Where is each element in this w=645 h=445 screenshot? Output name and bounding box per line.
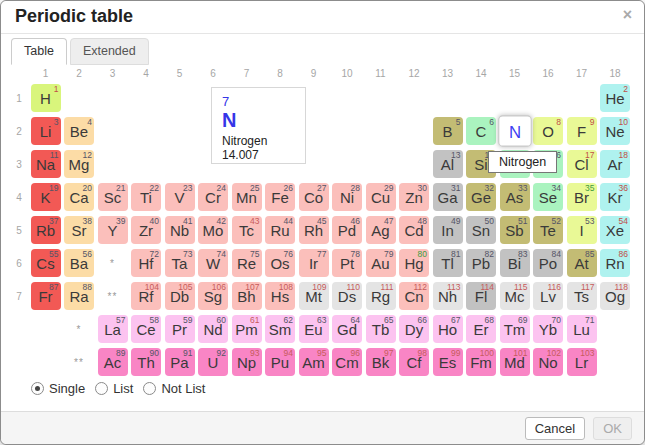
element-Md[interactable]: 101Md <box>500 348 530 376</box>
element-Ba[interactable]: 56Ba <box>64 249 94 277</box>
element-Y[interactable]: 39Y <box>98 216 128 244</box>
element-Fe[interactable]: 26Fe <box>265 183 295 211</box>
element-Tl[interactable]: 81Tl <box>433 249 463 277</box>
element-As[interactable]: 33As <box>500 183 530 211</box>
element-Mt[interactable]: 109Mt <box>299 282 329 310</box>
element-Ge[interactable]: 32Ge <box>466 183 496 211</box>
tab-extended[interactable]: Extended <box>70 38 149 65</box>
element-Ar[interactable]: 18Ar <box>600 150 630 178</box>
element-Al[interactable]: 13Al <box>433 150 463 178</box>
element-Po[interactable]: 84Po <box>533 249 563 277</box>
element-Mn[interactable]: 25Mn <box>232 183 262 211</box>
element-Cs[interactable]: 55Cs <box>31 249 61 277</box>
element-Pr[interactable]: 59Pr <box>165 315 195 343</box>
element-Cl[interactable]: 17Cl <box>567 150 597 178</box>
element-Ce[interactable]: 58Ce <box>131 315 161 343</box>
element-Fm[interactable]: 100Fm <box>466 348 496 376</box>
element-Rb[interactable]: 37Rb <box>31 216 61 244</box>
element-Lr[interactable]: 103Lr <box>567 348 597 376</box>
element-Ga[interactable]: 31Ga <box>433 183 463 211</box>
element-Ta[interactable]: 73Ta <box>165 249 195 277</box>
element-Er[interactable]: 68Er <box>466 315 496 343</box>
element-Be[interactable]: 4Be <box>64 117 94 145</box>
element-Sc[interactable]: 21Sc <box>98 183 128 211</box>
element-Dy[interactable]: 66Dy <box>399 315 429 343</box>
element-Mc[interactable]: 115Mc <box>500 282 530 310</box>
element-Ac[interactable]: 89Ac <box>98 348 128 376</box>
element-Br[interactable]: 35Br <box>567 183 597 211</box>
cancel-button[interactable]: Cancel <box>525 417 585 440</box>
element-Ir[interactable]: 77Ir <box>299 249 329 277</box>
element-W[interactable]: 74W <box>198 249 228 277</box>
element-Es[interactable]: 99Es <box>433 348 463 376</box>
element-Mo[interactable]: 42Mo <box>198 216 228 244</box>
element-Ra[interactable]: 88Ra <box>64 282 94 310</box>
element-Os[interactable]: 76Os <box>265 249 295 277</box>
element-Li[interactable]: 3Li <box>31 117 61 145</box>
close-icon[interactable]: × <box>623 7 632 23</box>
element-Pu[interactable]: 94Pu <box>265 348 295 376</box>
element-Xe[interactable]: 54Xe <box>600 216 630 244</box>
element-Hf[interactable]: 72Hf <box>131 249 161 277</box>
element-Rh[interactable]: 45Rh <box>299 216 329 244</box>
element-I[interactable]: 53I <box>567 216 597 244</box>
element-Bk[interactable]: 97Bk <box>366 348 396 376</box>
element-Na[interactable]: 11Na <box>31 150 61 178</box>
element-Np[interactable]: 93Np <box>232 348 262 376</box>
element-Pa[interactable]: 91Pa <box>165 348 195 376</box>
element-Ho[interactable]: 67Ho <box>433 315 463 343</box>
element-Cm[interactable]: 96Cm <box>332 348 362 376</box>
element-At[interactable]: 85At <box>567 249 597 277</box>
element-F[interactable]: 9F <box>567 117 597 145</box>
element-Hs[interactable]: 108Hs <box>265 282 295 310</box>
element-K[interactable]: 19K <box>31 183 61 211</box>
element-Am[interactable]: 95Am <box>299 348 329 376</box>
element-Fl[interactable]: 114Fl <box>466 282 496 310</box>
element-N[interactable]: N <box>498 115 532 146</box>
element-La[interactable]: 57La <box>98 315 128 343</box>
radio-not-list[interactable]: Not List <box>143 381 205 396</box>
element-Lu[interactable]: 71Lu <box>567 315 597 343</box>
element-Gd[interactable]: 64Gd <box>332 315 362 343</box>
element-Cu[interactable]: 29Cu <box>366 183 396 211</box>
element-In[interactable]: 49In <box>433 216 463 244</box>
element-Rg[interactable]: 111Rg <box>366 282 396 310</box>
element-Tb[interactable]: 65Tb <box>366 315 396 343</box>
element-Og[interactable]: 118Og <box>600 282 630 310</box>
element-Cn[interactable]: 112Cn <box>399 282 429 310</box>
element-Pm[interactable]: 61Pm <box>232 315 262 343</box>
element-Bi[interactable]: 83Bi <box>500 249 530 277</box>
element-Lv[interactable]: 116Lv <box>533 282 563 310</box>
element-Nb[interactable]: 41Nb <box>165 216 195 244</box>
element-Ts[interactable]: 117Ts <box>567 282 597 310</box>
element-Sn[interactable]: 50Sn <box>466 216 496 244</box>
element-Ds[interactable]: 110Ds <box>332 282 362 310</box>
element-Sr[interactable]: 38Sr <box>64 216 94 244</box>
element-O[interactable]: 8O <box>533 117 563 145</box>
tab-table[interactable]: Table <box>11 38 67 65</box>
element-Sm[interactable]: 62Sm <box>265 315 295 343</box>
element-Ne[interactable]: 10Ne <box>600 117 630 145</box>
element-V[interactable]: 23V <box>165 183 195 211</box>
element-Cf[interactable]: 98Cf <box>399 348 429 376</box>
element-He[interactable]: 2He <box>600 84 630 112</box>
element-Ru[interactable]: 44Ru <box>265 216 295 244</box>
element-Sb[interactable]: 51Sb <box>500 216 530 244</box>
element-Zr[interactable]: 40Zr <box>131 216 161 244</box>
element-Te[interactable]: 52Te <box>533 216 563 244</box>
radio-unselected-icon[interactable] <box>143 382 156 395</box>
element-No[interactable]: 102No <box>533 348 563 376</box>
element-Db[interactable]: 105Db <box>165 282 195 310</box>
element-Sg[interactable]: 106Sg <box>198 282 228 310</box>
element-Tm[interactable]: 69Tm <box>500 315 530 343</box>
radio-unselected-icon[interactable] <box>95 382 108 395</box>
element-Ca[interactable]: 20Ca <box>64 183 94 211</box>
ok-button[interactable]: OK <box>593 417 632 440</box>
element-Hg[interactable]: 80Hg <box>399 249 429 277</box>
element-Kr[interactable]: 36Kr <box>600 183 630 211</box>
element-Nd[interactable]: 60Nd <box>198 315 228 343</box>
element-Fr[interactable]: 87Fr <box>31 282 61 310</box>
element-Cr[interactable]: 24Cr <box>198 183 228 211</box>
element-Ti[interactable]: 22Ti <box>131 183 161 211</box>
element-Mg[interactable]: 12Mg <box>64 150 94 178</box>
